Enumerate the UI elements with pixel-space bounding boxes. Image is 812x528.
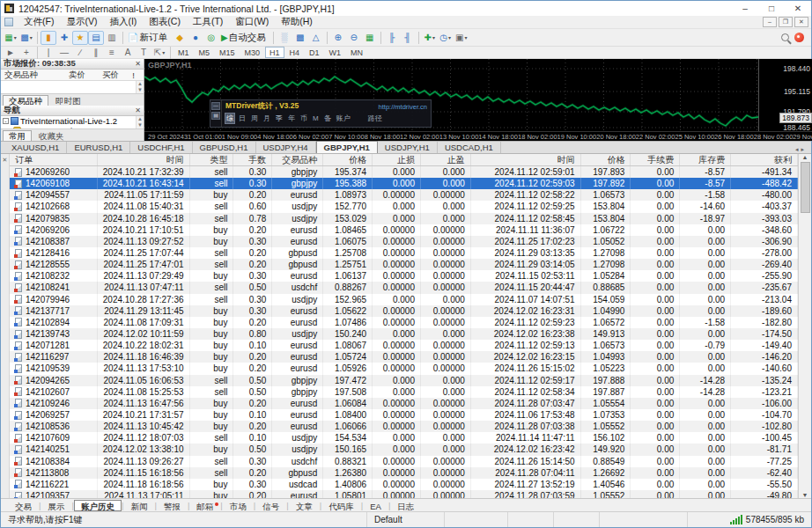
terminal-tab-交易[interactable]: 交易	[8, 500, 39, 511]
arrows-tool-icon[interactable]: ⇱▾	[151, 46, 167, 60]
new-order-button[interactable]: 📄新订单	[126, 31, 172, 45]
table-row[interactable]: 1420712812024.10.22 18:02:31buy0.10eurus…	[10, 340, 798, 351]
table-row[interactable]: 1420945572024.11.05 17:11:59buy0.20eurus…	[10, 189, 798, 201]
table-row[interactable]: 1421093572024.11.13 17:05:11buy0.20eurus…	[10, 490, 798, 498]
overlay-button[interactable]: 日	[238, 114, 247, 123]
chart-tab-scroll-arrows[interactable]: ◂▸	[795, 146, 811, 153]
history-column-header[interactable]: 库存费	[680, 154, 731, 165]
terminal-tab-警报[interactable]: 警报	[157, 500, 188, 511]
overlay-button[interactable]: 币	[299, 114, 308, 123]
channel-tool-icon[interactable]: ∥	[88, 46, 104, 60]
chart-tab[interactable]: GBPJPY,H1	[316, 141, 378, 153]
table-row[interactable]: 1421095392024.11.13 17:53:10buy0.20eurus…	[10, 363, 798, 374]
notification-icon[interactable]	[794, 33, 804, 42]
history-column-header[interactable]: 手续费	[631, 154, 680, 165]
terminal-tab-账户历史[interactable]: 账户历史	[74, 500, 122, 511]
chart-tab[interactable]: XAUUSD,H1	[4, 142, 67, 153]
overlay-button[interactable]: 账户	[336, 114, 351, 123]
table-row[interactable]: 1421083872024.11.13 09:27:52buy0.30eurus…	[10, 236, 798, 247]
chart-tab[interactable]: USDJPY,H1	[378, 142, 438, 153]
periods-button[interactable]: ◷▾	[438, 31, 454, 45]
table-row[interactable]: 1420691082024.10.21 16:43:14sell0.30gbpj…	[10, 178, 798, 189]
history-column-header[interactable]: 价格	[323, 154, 373, 165]
mdi-close-icon[interactable]: ✕	[794, 17, 808, 27]
terminal-tab-日志[interactable]: 日志	[390, 500, 421, 511]
close-icon[interactable]: ✕	[785, 1, 811, 16]
table-row[interactable]: 1420692602024.10.21 17:32:39sell0.30gbpj…	[10, 166, 798, 178]
table-row[interactable]: 1421082322024.11.13 07:29:49buy0.30eurus…	[10, 270, 798, 282]
mdi-minimize-icon[interactable]: –	[763, 17, 777, 27]
overlay-button[interactable]: M	[312, 114, 320, 122]
timeframe-h4-button[interactable]: H4	[285, 47, 305, 58]
terminal-tab-代码库[interactable]: 代码库	[321, 500, 361, 511]
terminal-tab-EA[interactable]: EA	[363, 500, 388, 511]
tree-item-account-server[interactable]: - TriveInternational-Live-1.2	[1, 116, 144, 126]
table-row[interactable]: 1421285552024.11.25 17:47:01sell0.20gbpu…	[10, 259, 798, 270]
menu-item[interactable]: 工具(T)	[187, 16, 229, 28]
profiles-button[interactable]: ▩▾	[18, 31, 34, 45]
overlay-button[interactable]: 周	[250, 114, 259, 123]
strategy-tester-toggle[interactable]: ▥	[104, 31, 120, 45]
menu-item[interactable]: 图表(C)	[143, 16, 187, 28]
table-row[interactable]: 1421377172024.11.29 13:11:45buy0.30eurus…	[10, 305, 798, 317]
timeframe-m1-button[interactable]: M1	[173, 47, 194, 58]
history-column-header[interactable]: 交易品种	[272, 154, 323, 165]
table-row[interactable]: 1420942652024.11.05 16:06:53sell0.50gbpj…	[10, 375, 798, 386]
zoom-out-button[interactable]: ⊖	[346, 31, 362, 45]
history-column-header[interactable]: 止损	[373, 154, 421, 165]
navigator-toggle[interactable]: ★	[72, 31, 88, 45]
overlay-button[interactable]: 年	[287, 114, 296, 123]
text-label-tool-icon[interactable]: T	[136, 46, 151, 60]
timeframe-w1-button[interactable]: W1	[325, 47, 346, 58]
terminal-tab-新闻[interactable]: 新闻	[123, 500, 154, 511]
autotrading-button[interactable]: ▶自动交易	[219, 31, 270, 45]
scroll-thumb[interactable]	[801, 162, 810, 213]
terminal-tab-展示[interactable]: 展示	[41, 500, 71, 511]
table-row[interactable]: 1421162212024.11.18 16:18:56buy0.30usdca…	[10, 479, 798, 490]
table-row[interactable]: 1420799462024.10.28 17:27:36sell0.30usdj…	[10, 294, 798, 305]
market-watch-tab[interactable]: 即时图	[49, 95, 87, 106]
new-chart-button[interactable]: ▦▾	[3, 31, 18, 45]
search-icon[interactable]	[781, 33, 789, 41]
history-column-header[interactable]: 获利	[731, 154, 798, 165]
market-watch-scrollbar[interactable]: ▲▼	[136, 81, 144, 93]
overlay-stats-icon[interactable]: ▤	[211, 112, 220, 120]
history-column-header[interactable]: 价格	[581, 154, 631, 165]
fibonacci-tool-icon[interactable]: ≡	[104, 46, 120, 60]
terminal-close-icon[interactable]: ✕	[3, 157, 8, 163]
navigator-scrollbar[interactable]: ▲▼	[136, 116, 144, 128]
timeframe-m15-button[interactable]: M15	[215, 47, 240, 58]
terminal-tab-文章[interactable]: 文章	[289, 500, 320, 511]
chart-tab[interactable]: USDJPY,H4	[256, 142, 316, 153]
mdi-restore-icon[interactable]: ❐	[779, 17, 793, 27]
line-chart-button[interactable]: △	[308, 31, 324, 45]
metaeditor-button[interactable]: ◆	[172, 31, 188, 45]
text-tool-icon[interactable]: A	[120, 46, 136, 60]
terminal-toggle[interactable]: ▤	[88, 31, 104, 45]
table-row[interactable]: 1421284162024.11.25 17:07:44sell0.20gbpu…	[10, 247, 798, 259]
chart-tab[interactable]: GBPUSD,H1	[193, 142, 256, 153]
status-profile[interactable]: Default	[367, 512, 445, 527]
table-row[interactable]: 1420692062024.10.21 17:10:51buy0.20eurus…	[10, 224, 798, 236]
table-row[interactable]: 1421028942024.11.08 17:09:31buy0.20eurus…	[10, 317, 798, 328]
arrange-right-button[interactable]: ╢	[400, 31, 416, 45]
overlay-button[interactable]: 综	[225, 114, 234, 123]
overlay-button[interactable]: 季	[275, 114, 284, 123]
history-column-header[interactable]: 时间	[98, 154, 190, 165]
scroll-up-icon[interactable]: ▲	[802, 154, 808, 160]
table-row[interactable]: 1420798352024.10.28 16:45:18sell0.78usdj…	[10, 213, 798, 224]
terminal-tab-信号[interactable]: 信号	[255, 500, 286, 511]
overlay-path-button[interactable]: 路径	[367, 114, 383, 123]
zoom-in-button[interactable]: ⊕	[330, 31, 346, 45]
tile-windows-button[interactable]: ▦	[362, 31, 378, 45]
menu-item[interactable]: 插入(I)	[103, 16, 143, 28]
add-indicator-button[interactable]: ✚▾	[422, 31, 438, 45]
history-column-header[interactable]: 手数	[233, 154, 272, 165]
terminal-scrollbar[interactable]: ▲ ▼	[798, 154, 811, 498]
table-row[interactable]: 1421082412024.11.13 07:47:11sell0.50usdc…	[10, 282, 798, 293]
overlay-url-link[interactable]: http://mtdriver.cn	[379, 103, 427, 111]
chart-plot-area[interactable]: GBPJPY,H1 — ▤ MTDriver统计 , V3.25 http://…	[144, 59, 758, 131]
menu-item[interactable]: 显示(V)	[60, 16, 103, 28]
community-button[interactable]: ◎	[203, 31, 219, 45]
collapse-icon[interactable]: -	[3, 118, 9, 124]
